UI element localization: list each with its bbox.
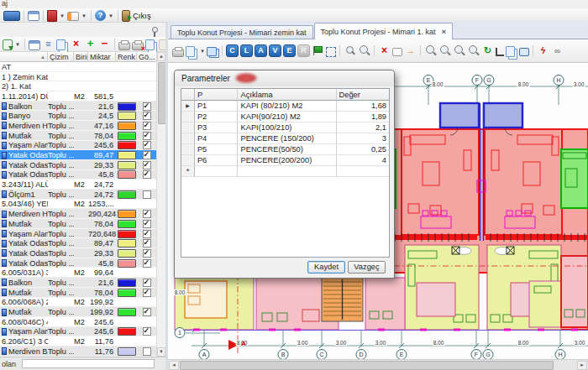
layer-e-button[interactable]: E xyxy=(283,44,296,57)
duplicate-icon[interactable] xyxy=(56,39,66,50)
parameter-row[interactable]: P6PENCERE(200/200)4 xyxy=(181,155,389,166)
zoom-page-icon[interactable] xyxy=(453,44,465,57)
zoom-out-icon[interactable]: − xyxy=(438,44,451,57)
parameter-row[interactable]: * xyxy=(181,166,389,177)
column-header-p[interactable]: P xyxy=(195,89,239,101)
copy-icon[interactable] xyxy=(145,39,155,50)
pin-icon[interactable] xyxy=(150,26,158,34)
list-icon[interactable]: ≡ xyxy=(42,38,55,50)
help-icon[interactable]: ? xyxy=(95,10,106,21)
save-button[interactable]: Kaydet xyxy=(307,261,345,274)
refresh-icon[interactable]: ↻ xyxy=(481,44,494,57)
takeoff-vertical-scrollbar[interactable]: ▲ ▼ xyxy=(156,52,165,357)
window-icon[interactable] xyxy=(29,40,40,50)
visibility-checkbox[interactable] xyxy=(143,279,151,287)
takeoff-row[interactable]: Yaşam Alanı.Toplu ...245,6 xyxy=(0,141,156,151)
parameter-row[interactable]: P5PENCERE(50/50)0,25 xyxy=(181,144,389,155)
visibility-checkbox[interactable] xyxy=(143,141,151,149)
visibility-checkbox[interactable] xyxy=(143,220,151,228)
parameter-row[interactable]: P2KAPI(90/210) M21,89 xyxy=(181,112,389,122)
takeoff-row[interactable]: 3.243/11) ALÜM...M224,72 xyxy=(0,180,156,190)
dropdown-arrow-icon[interactable]: ▾ xyxy=(108,9,114,22)
app-button-icon[interactable] xyxy=(3,11,20,21)
flag-icon[interactable] xyxy=(312,44,324,57)
add-icon[interactable]: + xyxy=(84,38,97,50)
tab-close-icon[interactable]: × xyxy=(442,28,446,36)
visibility-checkbox[interactable] xyxy=(143,259,151,268)
document-tab[interactable]: Toplu Konut Projesi - Mimari 1. kat× xyxy=(314,23,453,39)
column-header-birim[interactable]: Birim xyxy=(74,52,88,62)
pan-zoom-icon[interactable] xyxy=(344,44,356,57)
visibility-checkbox[interactable] xyxy=(143,347,151,356)
layer-r-button[interactable]: R xyxy=(297,44,310,57)
filter-input[interactable] xyxy=(22,359,155,368)
layers-icon[interactable] xyxy=(207,47,217,56)
visibility-checkbox[interactable] xyxy=(143,239,151,248)
arrow-right-icon[interactable]: → xyxy=(404,44,417,57)
column-header-miktar[interactable]: Miktar xyxy=(88,52,116,62)
scroll-left-icon[interactable]: ◄ xyxy=(169,361,179,370)
takeoff-row[interactable]: MutfakToplu ...78,04 xyxy=(0,288,156,298)
layer-l-button[interactable]: L xyxy=(240,44,253,57)
coordinates-icon[interactable] xyxy=(496,48,504,56)
scroll-down-icon[interactable]: ▼ xyxy=(157,347,165,357)
copy-drawing-icon[interactable] xyxy=(186,46,195,57)
takeoff-row[interactable]: 5.043/46) YENİ ...M21253,... xyxy=(0,200,156,210)
visibility-checkbox[interactable] xyxy=(143,102,151,111)
takeoff-row[interactable]: BanyoToplu ...24,5 xyxy=(0,111,156,121)
column-header-aciklama[interactable]: Açıklama xyxy=(238,89,336,101)
visibility-checkbox[interactable] xyxy=(143,249,151,258)
delete-x-icon[interactable]: × xyxy=(70,38,82,50)
column-header-name[interactable]: ▲ xyxy=(0,52,48,62)
visibility-checkbox[interactable] xyxy=(143,327,151,336)
takeoff-row[interactable]: Yatak Odası 3Toplu ...45,8 xyxy=(0,258,156,268)
takeoff-row[interactable]: Merdiven HolüToplu ...290,424 xyxy=(0,209,156,219)
visibility-checkbox[interactable] xyxy=(143,308,151,316)
takeoff-row[interactable]: 6.005/031A) 33...M299,64 xyxy=(0,268,156,278)
column-header-deger[interactable]: Değer xyxy=(337,89,390,101)
scroll-right-icon[interactable]: ► xyxy=(577,361,587,370)
takeoff-row[interactable]: 6.206/C1) 3 CM ...M211,76 xyxy=(0,336,156,347)
takeoff-row[interactable]: 1.11.2014) DÜZ ...M2581,5 xyxy=(0,91,156,102)
exit-icon[interactable] xyxy=(122,10,130,22)
takeoff-row[interactable]: AT xyxy=(0,62,156,72)
takeoff-row[interactable]: 6.006/068A) 20...M2199,92 xyxy=(0,298,156,308)
table-icon[interactable] xyxy=(67,12,79,21)
dropdown-arrow-icon[interactable]: ▾ xyxy=(59,9,66,22)
copy-view-icon[interactable] xyxy=(506,46,515,57)
visibility-checkbox[interactable] xyxy=(143,210,151,218)
lightning-icon[interactable]: ϟ xyxy=(537,44,549,57)
visibility-checkbox[interactable] xyxy=(143,151,151,159)
layer-a-button[interactable]: A xyxy=(255,44,267,57)
takeoff-row[interactable]: MutfakToplu ...78,04 xyxy=(0,131,156,141)
column-header-goster[interactable]: Gö... xyxy=(137,52,156,62)
visibility-checkbox[interactable] xyxy=(143,122,151,130)
takeoff-row[interactable]: BalkonToplu ...21,6 xyxy=(0,102,156,112)
visibility-checkbox[interactable] xyxy=(143,161,151,169)
visibility-checkbox[interactable] xyxy=(143,230,151,238)
takeoff-row[interactable]: 2) 1. Kat xyxy=(0,81,156,91)
column-header-cizim[interactable]: Çizim xyxy=(48,52,74,62)
scrollbar-thumb[interactable] xyxy=(180,361,554,370)
takeoff-row[interactable]: Yatak Odası 2Toplu ...29,33 xyxy=(0,160,156,170)
visibility-checkbox[interactable] xyxy=(143,132,151,140)
canvas-horizontal-scrollbar[interactable]: ◄ ► xyxy=(168,359,588,370)
dropdown-arrow-icon[interactable]: ▾ xyxy=(81,9,87,22)
region-icon[interactable] xyxy=(392,48,402,56)
visibility-checkbox[interactable] xyxy=(143,170,151,179)
takeoff-row[interactable]: Yatak Odası 1Toplu ...89,47 xyxy=(0,238,156,248)
column-header-renk[interactable]: Renk xyxy=(116,52,137,62)
dropdown-arrow-icon[interactable]: ▾ xyxy=(14,38,21,50)
visibility-checkbox[interactable] xyxy=(143,112,151,120)
takeoff-row[interactable]: Yatak Odası 3Toplu ...45,8 xyxy=(0,170,156,180)
takeoff-row[interactable]: MutfakToplu ...199,92 xyxy=(0,307,156,317)
visibility-checkbox[interactable] xyxy=(143,190,151,199)
zoom-extents-icon[interactable] xyxy=(467,44,480,57)
selection-box-icon[interactable] xyxy=(326,47,336,57)
takeoff-row[interactable]: Yatak Odası 2Toplu ...29,33 xyxy=(0,248,156,258)
link-icon[interactable]: ∞ xyxy=(551,44,564,57)
takeoff-row[interactable]: Yatak Odası 1Toplu ...89,47 xyxy=(0,150,156,160)
document-tab[interactable]: Toplu Konut Projesi - Mimari zemin kat xyxy=(171,25,313,39)
scroll-up-icon[interactable]: ▲ xyxy=(157,52,165,61)
layout-window-icon[interactable] xyxy=(28,11,39,21)
